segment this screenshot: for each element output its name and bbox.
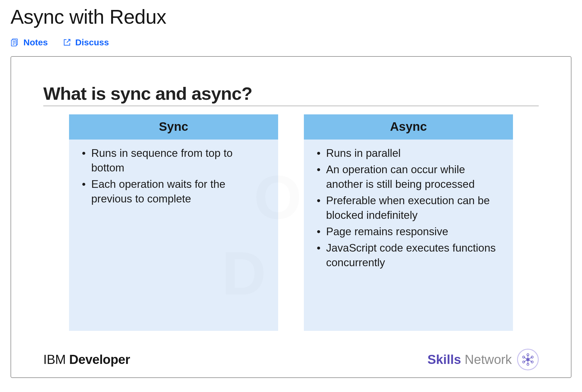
list-item: JavaScript code executes functions concu… (314, 241, 502, 270)
list-item: Runs in parallel (314, 146, 502, 161)
slide-frame: O D What is sync and async? Sync Runs in… (11, 56, 571, 378)
notes-label: Notes (23, 37, 48, 47)
network-text: Network (461, 352, 512, 367)
notes-button[interactable]: Notes (11, 37, 48, 47)
developer-text: Developer (69, 352, 130, 367)
notes-icon (11, 38, 19, 47)
async-card-body: Runs in parallel An operation can occur … (304, 140, 513, 281)
async-card-header: Async (304, 114, 513, 140)
sync-card-header: Sync (69, 114, 278, 140)
ibm-text: IBM (43, 352, 69, 367)
svg-line-5 (67, 39, 70, 43)
action-bar: Notes Discuss (11, 37, 571, 47)
list-item: Each operation waits for the previous to… (80, 177, 268, 206)
skills-network-icon (517, 349, 539, 370)
list-item: Page remains responsive (314, 224, 502, 239)
slide-footer: IBM Developer Skills Network (43, 349, 539, 370)
skills-network-logo: Skills Network (427, 349, 539, 370)
sync-card: Sync Runs in sequence from top to bottom… (69, 114, 278, 331)
slide-heading: What is sync and async? (43, 83, 539, 106)
list-item: Runs in sequence from top to bottom (80, 146, 268, 175)
skills-text: Skills (427, 352, 461, 367)
list-item: Preferable when execution can be blocked… (314, 193, 502, 223)
sync-card-body: Runs in sequence from top to bottom Each… (69, 140, 278, 217)
discuss-button[interactable]: Discuss (63, 37, 109, 47)
async-card: Async Runs in parallel An operation can … (304, 114, 513, 331)
list-item: An operation can occur while another is … (314, 162, 502, 192)
ibm-developer-logo: IBM Developer (43, 352, 130, 367)
discuss-label: Discuss (75, 37, 109, 47)
comparison-cards: Sync Runs in sequence from top to bottom… (43, 114, 539, 331)
external-link-icon (63, 38, 71, 47)
page-title: Async with Redux (11, 5, 571, 28)
